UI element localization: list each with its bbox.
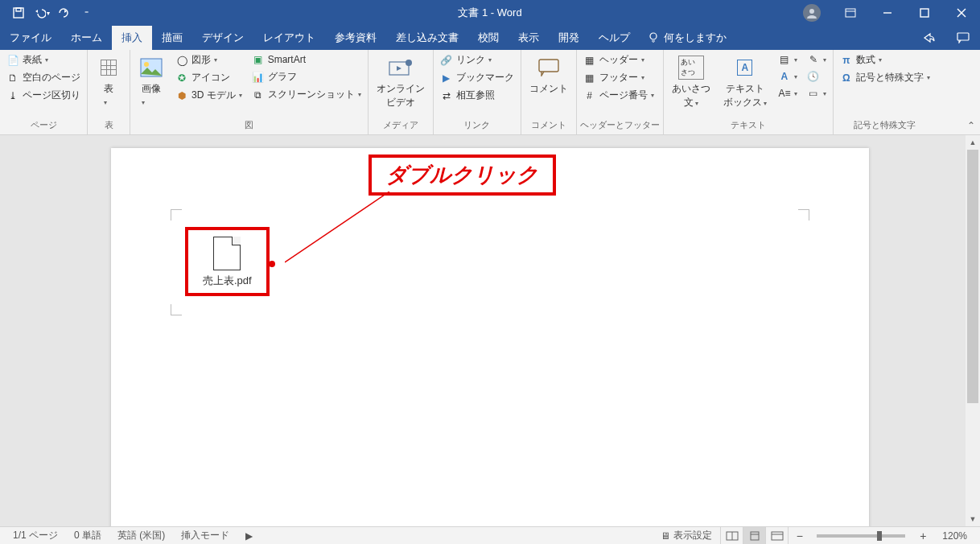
svg-point-2: [809, 9, 814, 14]
user-avatar[interactable]: [803, 4, 821, 22]
redo-button[interactable]: [53, 2, 74, 23]
footer-icon: ▦: [583, 72, 596, 84]
zoom-in-button[interactable]: +: [912, 527, 934, 545]
chart-button[interactable]: 📊グラフ: [249, 68, 364, 85]
shapes-button[interactable]: ◯図形▾: [172, 52, 245, 68]
header-button[interactable]: ▦ヘッダー▾: [580, 52, 657, 68]
comment-button[interactable]: コメント: [525, 52, 573, 99]
svg-rect-1: [16, 8, 21, 11]
greeting-button[interactable]: あいさつ あいさつ 文 ▾: [667, 52, 715, 113]
tab-home[interactable]: ホーム: [61, 26, 112, 50]
zoom-out-button[interactable]: −: [788, 527, 810, 545]
tab-mailings[interactable]: 差し込み文書: [386, 26, 468, 50]
minimize-button[interactable]: [869, 0, 906, 26]
crossref-icon: ⇄: [440, 89, 453, 102]
bookmark-icon: ▶: [440, 72, 453, 84]
crossref-button[interactable]: ⇄相互参照: [437, 87, 517, 104]
online-video-button[interactable]: オンライン ビデオ: [372, 52, 430, 113]
cover-page-button[interactable]: 📄表紙▾: [3, 52, 84, 68]
tab-references[interactable]: 参考資料: [325, 26, 386, 50]
greeting-icon: あいさつ: [678, 55, 704, 80]
svg-rect-18: [751, 532, 759, 540]
share-button[interactable]: [912, 32, 946, 43]
view-weblayout-button[interactable]: [765, 527, 788, 545]
blank-page-button[interactable]: 🗋空白のページ: [3, 69, 84, 86]
cover-page-icon: 📄: [6, 54, 19, 67]
annotation-callout: ダブルクリック: [369, 155, 556, 196]
pictures-button[interactable]: 画像▾: [134, 52, 169, 110]
comments-pane-button[interactable]: [946, 32, 980, 43]
group-headerfooter: ▦ヘッダー▾ ▦フッター▾ #ページ番号▾ ヘッダーとフッター: [577, 50, 664, 134]
object-button[interactable]: ▭▾: [804, 85, 830, 101]
shapes-icon: ◯: [175, 54, 188, 67]
status-macro-icon[interactable]: ▶: [237, 530, 261, 542]
scroll-down-button[interactable]: ▼: [966, 512, 980, 526]
scroll-thumb[interactable]: [967, 150, 978, 403]
smartart-button[interactable]: ▣SmartArt: [249, 52, 364, 68]
maximize-button[interactable]: [906, 0, 943, 26]
equation-button[interactable]: π数式▾: [837, 52, 933, 68]
zoom-level[interactable]: 120%: [934, 530, 975, 542]
collapse-ribbon-button[interactable]: ⌃: [967, 120, 975, 131]
bookmark-button[interactable]: ▶ブックマーク: [437, 69, 517, 86]
signature-line-button[interactable]: ✎▾: [804, 52, 830, 68]
annotation-dot: [269, 261, 275, 267]
status-words[interactable]: 0 単語: [66, 529, 109, 542]
footer-button[interactable]: ▦フッター▾: [580, 69, 657, 86]
scroll-track[interactable]: [967, 150, 978, 512]
tab-review[interactable]: 校閲: [468, 26, 509, 50]
svg-rect-9: [957, 33, 969, 40]
close-button[interactable]: [943, 0, 980, 26]
header-label: ヘッダー: [599, 53, 638, 67]
svg-rect-20: [772, 532, 783, 540]
tab-file[interactable]: ファイル: [0, 26, 61, 50]
link-button[interactable]: 🔗リンク▾: [437, 52, 517, 68]
page-break-button[interactable]: ⤓ページ区切り: [3, 87, 84, 104]
3dmodel-button[interactable]: ⬢3D モデル▾: [172, 87, 245, 104]
vertical-scrollbar[interactable]: ▲ ▼: [966, 135, 980, 526]
smartart-label: SmartArt: [268, 54, 306, 65]
display-settings-button[interactable]: 🖥 表示設定: [653, 529, 720, 542]
zoom-slider-knob[interactable]: [877, 531, 882, 541]
pictures-label: 画像: [142, 83, 161, 94]
textbox-button[interactable]: A テキスト ボックス ▾: [719, 52, 772, 113]
tellme-search[interactable]: 何をしますか: [640, 26, 735, 50]
view-printlayout-button[interactable]: [743, 527, 765, 545]
page[interactable]: 売上表.pdf ダブルクリック: [111, 148, 869, 526]
display-settings-label: 表示設定: [673, 529, 712, 542]
tab-help[interactable]: ヘルプ: [589, 26, 640, 50]
tab-draw[interactable]: 描画: [152, 26, 192, 50]
qa-customize-button[interactable]: ⁼: [76, 2, 97, 23]
embedded-pdf-object[interactable]: 売上表.pdf: [185, 227, 270, 296]
svg-point-11: [144, 62, 149, 67]
textbox-label: テキスト ボックス: [723, 83, 764, 108]
screenshot-button[interactable]: ⧉スクリーンショット▾: [249, 86, 364, 103]
group-media-label: メディア: [372, 117, 430, 134]
tab-view[interactable]: 表示: [509, 26, 549, 50]
ribbon-display-options-button[interactable]: [832, 0, 869, 26]
tab-layout[interactable]: レイアウト: [253, 26, 325, 50]
view-readmode-button[interactable]: [720, 527, 743, 545]
tab-insert[interactable]: 挿入: [112, 26, 152, 50]
undo-button[interactable]: ▾: [31, 2, 51, 23]
table-button[interactable]: 表▾: [91, 52, 126, 110]
status-bar: 1/1 ページ 0 単語 英語 (米国) 挿入モード ▶ 🖥 表示設定 − + …: [0, 526, 980, 544]
scroll-up-button[interactable]: ▲: [966, 135, 980, 150]
zoom-slider[interactable]: [817, 534, 905, 538]
wordart-button[interactable]: A▾: [775, 68, 801, 84]
icons-button[interactable]: ✪アイコン: [172, 69, 245, 86]
status-insert-mode[interactable]: 挿入モード: [173, 529, 237, 542]
dropcap-button[interactable]: A≡▾: [775, 85, 801, 101]
tab-design[interactable]: デザイン: [192, 26, 253, 50]
date-time-button[interactable]: 🕓: [804, 68, 830, 84]
pagenum-button[interactable]: #ページ番号▾: [580, 87, 657, 104]
display-settings-icon: 🖥: [661, 530, 670, 542]
svg-line-15: [285, 192, 389, 262]
status-language[interactable]: 英語 (米国): [109, 529, 173, 542]
status-page[interactable]: 1/1 ページ: [5, 529, 66, 542]
quickparts-button[interactable]: ▤▾: [775, 52, 801, 68]
symbol-button[interactable]: Ω記号と特殊文字▾: [837, 69, 933, 86]
comment-label: コメント: [529, 82, 568, 96]
tab-developer[interactable]: 開発: [549, 26, 589, 50]
save-button[interactable]: [8, 2, 29, 23]
